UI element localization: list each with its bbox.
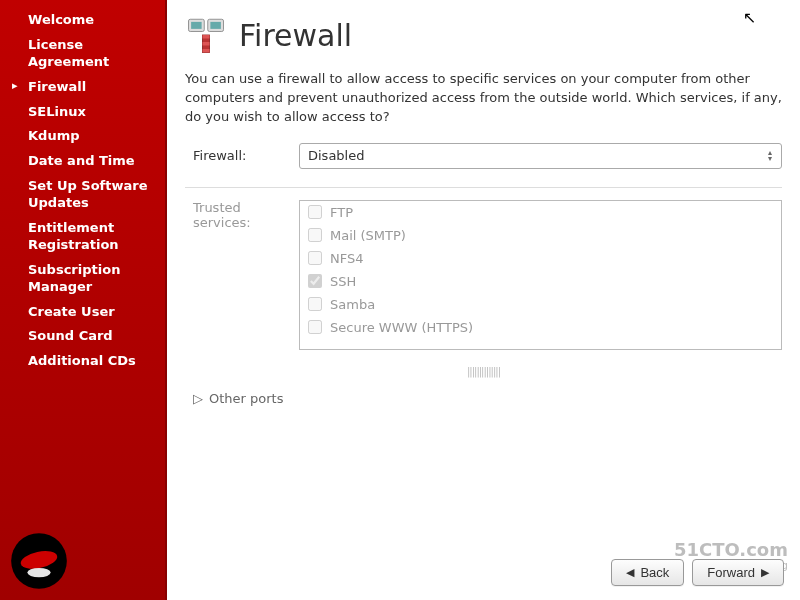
service-checkbox-nfs4[interactable] [308,251,322,265]
arrow-right-icon: ▶ [761,566,769,579]
resize-grip-icon[interactable]: |||||||||||||| [185,366,782,377]
service-checkbox-mail-smtp-[interactable] [308,228,322,242]
svg-rect-9 [203,42,210,46]
sidebar-item-kdump[interactable]: Kdump [0,124,165,149]
forward-button-label: Forward [707,565,755,580]
back-button[interactable]: ◀ Back [611,559,684,586]
firewall-icon [185,14,227,56]
service-label: Secure WWW (HTTPS) [330,320,473,335]
sidebar-item-additional-cds[interactable]: Additional CDs [0,349,165,374]
svg-rect-8 [203,35,210,39]
service-label: FTP [330,205,353,220]
sidebar-item-create-user[interactable]: Create User [0,300,165,325]
service-label: SSH [330,274,356,289]
service-checkbox-samba[interactable] [308,297,322,311]
service-label: NFS4 [330,251,364,266]
svg-rect-6 [210,22,221,29]
sidebar-item-license-agreement[interactable]: License Agreement [0,33,165,75]
page-title: Firewall [239,18,352,53]
service-row: Secure WWW (HTTPS) [300,316,781,339]
service-label: Mail (SMTP) [330,228,406,243]
chevron-right-icon: ▷ [193,391,203,406]
svg-rect-4 [191,22,202,29]
setup-sidebar: WelcomeLicense AgreementFirewallSELinuxK… [0,0,165,600]
service-label: Samba [330,297,375,312]
firewall-dropdown-value: Disabled [308,148,364,163]
main-panel: ↖ Firewall You can use a firewall to all… [165,0,800,600]
redhat-logo [10,532,68,590]
service-checkbox-ssh[interactable] [308,274,322,288]
svg-rect-10 [203,49,210,53]
divider [185,187,782,188]
dropdown-arrows-icon: ▴▾ [763,146,777,166]
service-row: Mail (SMTP) [300,224,781,247]
trusted-services-label: Trusted services: [185,200,289,230]
service-row: SSH [300,270,781,293]
service-checkbox-secure-www-https-[interactable] [308,320,322,334]
footer-buttons: ◀ Back Forward ▶ [611,559,784,586]
sidebar-item-subscription-manager[interactable]: Subscription Manager [0,258,165,300]
other-ports-label: Other ports [209,391,283,406]
service-row: Samba [300,293,781,316]
trusted-services-list[interactable]: FTPMail (SMTP)NFS4SSHSambaSecure WWW (HT… [299,200,782,350]
service-checkbox-ftp[interactable] [308,205,322,219]
sidebar-item-firewall[interactable]: Firewall [0,75,165,100]
svg-point-2 [27,568,50,577]
forward-button[interactable]: Forward ▶ [692,559,784,586]
firewall-label: Firewall: [185,148,289,163]
sidebar-item-sound-card[interactable]: Sound Card [0,324,165,349]
sidebar-item-selinux[interactable]: SELinux [0,100,165,125]
service-row: FTP [300,201,781,224]
sidebar-item-set-up-software-updates[interactable]: Set Up Software Updates [0,174,165,216]
sidebar-item-entitlement-registration[interactable]: Entitlement Registration [0,216,165,258]
other-ports-expander[interactable]: ▷ Other ports [185,391,782,406]
arrow-left-icon: ◀ [626,566,634,579]
sidebar-item-date-and-time[interactable]: Date and Time [0,149,165,174]
service-row: NFS4 [300,247,781,270]
firewall-dropdown[interactable]: Disabled ▴▾ [299,143,782,169]
back-button-label: Back [640,565,669,580]
sidebar-item-welcome[interactable]: Welcome [0,8,165,33]
page-description: You can use a firewall to allow access t… [185,70,782,127]
